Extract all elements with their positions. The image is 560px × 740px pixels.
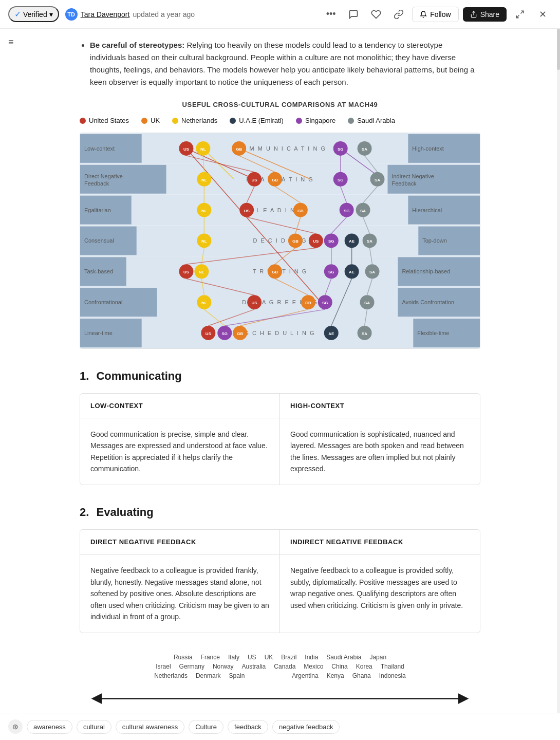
tag-awareness[interactable]: awareness xyxy=(27,720,72,734)
svg-text:SG: SG xyxy=(328,239,334,244)
table-header: LOW-CONTEXT HIGH-CONTEXT xyxy=(80,394,480,418)
main-content: Be careful of stereotypes: Relying too h… xyxy=(59,29,501,740)
link-button[interactable] xyxy=(389,5,408,24)
svg-line-2 xyxy=(516,15,519,17)
legend-item-sa: Saudi Arabia xyxy=(348,117,395,124)
svg-text:SA: SA xyxy=(364,301,370,305)
col-body-low-context: Good communication is precise, simple an… xyxy=(80,418,280,485)
table-body: Good communication is precise, simple an… xyxy=(80,418,480,485)
close-button[interactable]: ✕ xyxy=(533,5,552,24)
svg-text:GB: GB xyxy=(305,301,311,305)
svg-text:US: US xyxy=(183,270,189,274)
svg-line-1 xyxy=(521,11,524,13)
col-body-indirect: Negative feedback to a colleague is prov… xyxy=(280,554,480,633)
topbar-right: ••• Follow Share ✕ xyxy=(322,5,552,24)
col-body-high-context: Good communication is sophisticated, nua… xyxy=(280,418,480,485)
section2-heading: 2. Evaluating xyxy=(80,506,480,519)
topbar: ✓ Verified ▾ TD Tara Davenport updated a… xyxy=(0,0,560,29)
tag-negative-feedback[interactable]: negative feedback xyxy=(272,720,340,734)
tag-cultural-awareness[interactable]: cultural awareness xyxy=(116,720,184,734)
section1-heading: 1. Communicating xyxy=(80,369,480,383)
tag-feedback[interactable]: feedback xyxy=(228,720,268,734)
svg-text:Egalitarian: Egalitarian xyxy=(84,207,111,213)
svg-text:High-context: High-context xyxy=(412,145,444,152)
svg-text:GB: GB xyxy=(237,331,243,336)
svg-text:SG: SG xyxy=(328,270,334,274)
svg-text:SA: SA xyxy=(362,331,367,336)
svg-text:SG: SG xyxy=(344,209,350,213)
author-info: TD Tara Davenport updated a year ago xyxy=(65,8,195,21)
verified-badge[interactable]: ✓ Verified ▾ xyxy=(8,6,59,22)
svg-text:Linear-time: Linear-time xyxy=(84,330,113,336)
tag-icon-button[interactable]: ⊕ xyxy=(8,719,23,734)
intro-bullet: Be careful of stereotypes: Relying too h… xyxy=(80,39,480,88)
svg-text:Task-based: Task-based xyxy=(84,268,113,274)
evaluating-table-header: DIRECT NEGATIVE FEEDBACK INDIRECT NEGATI… xyxy=(80,530,480,554)
svg-text:Feedback: Feedback xyxy=(84,180,109,187)
svg-text:Feedback: Feedback xyxy=(391,180,417,187)
col-header-direct: DIRECT NEGATIVE FEEDBACK xyxy=(80,530,280,554)
svg-text:SG: SG xyxy=(338,178,344,182)
scrollbar[interactable] xyxy=(557,29,560,740)
expand-button[interactable] xyxy=(511,5,529,24)
legend-label-nl: Netherlands xyxy=(181,117,217,124)
legend-dot-us xyxy=(80,118,86,124)
col-header-low-context: LOW-CONTEXT xyxy=(80,394,280,418)
country-row-1: Russia France Italy US UK Brazil India S… xyxy=(174,654,386,661)
legend-item-us: United States xyxy=(80,117,129,124)
scrollbar-thumb[interactable] xyxy=(557,29,560,70)
heart-button[interactable] xyxy=(367,5,385,24)
svg-text:NL: NL xyxy=(201,178,207,182)
author-name[interactable]: Tara Davenport xyxy=(81,10,130,18)
svg-text:GB: GB xyxy=(292,239,298,244)
legend-dot-sg xyxy=(296,118,302,124)
comparison-chart: .row-label { font-size: 11px; fill: #555… xyxy=(80,133,480,349)
svg-text:GB: GB xyxy=(297,209,304,213)
country-row-3: Netherlands Denmark Spain Argentina Keny… xyxy=(154,672,406,679)
spectrum-container xyxy=(80,686,480,712)
legend-label-us: United States xyxy=(89,117,129,124)
svg-text:NL: NL xyxy=(201,239,207,244)
svg-text:SA: SA xyxy=(360,209,366,213)
legend-dot-ae xyxy=(230,118,236,124)
verified-icon: ✓ xyxy=(14,9,21,19)
col-body-direct: Negative feedback to a colleague is prov… xyxy=(80,554,280,633)
col-header-indirect: INDIRECT NEGATIVE FEEDBACK xyxy=(280,530,480,554)
svg-text:US: US xyxy=(244,209,250,213)
svg-text:SG: SG xyxy=(322,301,328,305)
svg-text:Low-context: Low-context xyxy=(84,145,115,152)
col-header-high-context: HIGH-CONTEXT xyxy=(280,394,480,418)
svg-text:Consensual: Consensual xyxy=(84,237,114,244)
share-button[interactable]: Share xyxy=(463,7,507,22)
tag-culture[interactable]: Culture xyxy=(189,720,223,734)
svg-text:S C H E D U L I N G: S C H E D U L I N G xyxy=(245,330,315,336)
sidebar-toggle[interactable]: ≡ xyxy=(0,29,22,56)
svg-text:Confrontational: Confrontational xyxy=(84,299,122,305)
legend-dot-sa xyxy=(348,118,354,124)
sidebar-icon: ≡ xyxy=(8,37,14,47)
follow-label: Follow xyxy=(430,10,451,18)
svg-text:NL: NL xyxy=(200,147,206,152)
svg-text:SG: SG xyxy=(338,147,344,152)
legend-item-nl: Netherlands xyxy=(172,117,217,124)
tag-cultural[interactable]: cultural xyxy=(77,720,111,734)
svg-text:Indirect Negative: Indirect Negative xyxy=(391,173,434,179)
svg-text:Top-down: Top-down xyxy=(422,237,447,244)
svg-text:C O M M U N I C A T I N G: C O M M U N I C A T I N G xyxy=(234,145,326,152)
comment-button[interactable] xyxy=(344,5,363,24)
bottom-tags: ⊕ awareness cultural cultural awareness … xyxy=(0,713,560,740)
chart-legend: United States UK Netherlands U.A.E (Emir… xyxy=(80,117,480,124)
chart-title: USEFUL CROSS-CULTURAL COMPARISONS AT MAC… xyxy=(80,101,480,108)
follow-button[interactable]: Follow xyxy=(412,7,458,22)
svg-text:Flexible-time: Flexible-time xyxy=(417,330,449,336)
legend-label-ae: U.A.E (Emirati) xyxy=(239,117,284,124)
svg-text:US: US xyxy=(206,331,211,336)
svg-text:NL: NL xyxy=(201,301,207,305)
legend-item-ae: U.A.E (Emirati) xyxy=(230,117,284,124)
svg-text:GB: GB xyxy=(272,270,278,274)
svg-text:US: US xyxy=(252,178,257,182)
more-button[interactable]: ••• xyxy=(322,5,340,24)
dropdown-icon: ▾ xyxy=(49,10,53,18)
svg-text:US: US xyxy=(313,239,319,244)
svg-text:GB: GB xyxy=(236,147,242,152)
